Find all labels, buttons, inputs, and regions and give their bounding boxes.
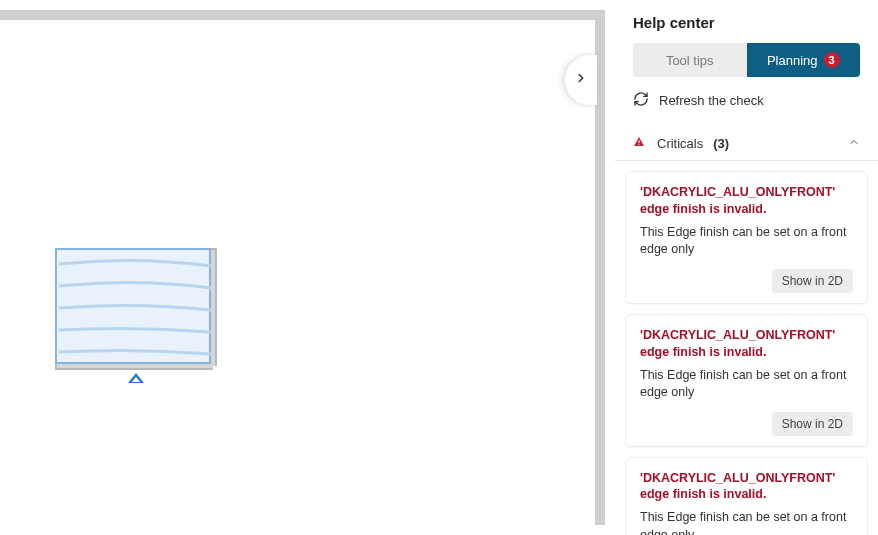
canvas-frame [0,10,605,525]
refresh-label: Refresh the check [659,93,764,108]
selection-marker-icon [128,373,144,383]
issue-description: This Edge finish can be set on a front e… [640,509,853,535]
object-texture [59,252,211,364]
issues-list: 'DKACRYLIC_ALU_ONLYFRONT' edge finish is… [615,161,878,535]
tab-label: Tool tips [666,53,714,68]
refresh-icon [633,91,649,110]
section-count: (3) [713,136,729,151]
section-label: Criticals [657,136,703,151]
show-in-2d-button[interactable]: Show in 2D [772,412,853,436]
chevron-right-icon [574,71,588,89]
issue-card: 'DKACRYLIC_ALU_ONLYFRONT' edge finish is… [625,457,868,536]
panel-title: Help center [615,14,878,43]
tab-tool-tips[interactable]: Tool tips [633,43,747,77]
show-in-2d-button[interactable]: Show in 2D [772,269,853,293]
issue-title: 'DKACRYLIC_ALU_ONLYFRONT' edge finish is… [640,470,853,504]
panel-collapse-handle[interactable] [565,55,597,105]
criticals-section-header[interactable]: Criticals (3) [615,126,878,161]
issue-card: 'DKACRYLIC_ALU_ONLYFRONT' edge finish is… [625,314,868,447]
furniture-panel-object[interactable] [55,248,217,370]
design-canvas[interactable] [0,0,615,535]
object-bottom-face [55,364,213,370]
object-front-face [55,248,211,364]
svg-rect-1 [639,144,640,145]
chevron-up-icon [848,134,860,152]
object-side-face [211,248,217,366]
help-tabs: Tool tips Planning 3 [633,43,860,77]
svg-rect-0 [639,140,640,143]
issue-title: 'DKACRYLIC_ALU_ONLYFRONT' edge finish is… [640,184,853,218]
tab-badge: 3 [824,52,840,68]
refresh-check-button[interactable]: Refresh the check [615,91,878,126]
issue-description: This Edge finish can be set on a front e… [640,224,853,259]
issue-title: 'DKACRYLIC_ALU_ONLYFRONT' edge finish is… [640,327,853,361]
tab-planning[interactable]: Planning 3 [747,43,861,77]
issue-description: This Edge finish can be set on a front e… [640,367,853,402]
help-center-panel: Help center Tool tips Planning 3 Refresh… [615,0,878,535]
warning-icon [633,136,647,150]
issue-card: 'DKACRYLIC_ALU_ONLYFRONT' edge finish is… [625,171,868,304]
tab-label: Planning [767,53,818,68]
